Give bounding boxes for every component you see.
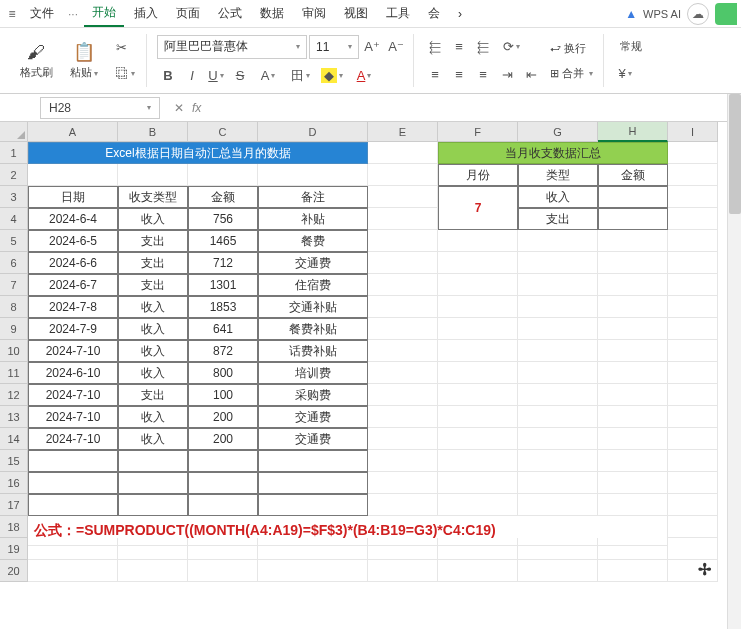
cell-I2[interactable] (668, 164, 718, 186)
row-header-13[interactable]: 13 (0, 406, 28, 428)
cell-C14[interactable]: 200 (188, 428, 258, 450)
cell-D17[interactable] (258, 494, 368, 516)
cell-G10[interactable] (518, 340, 598, 362)
row-header-12[interactable]: 12 (0, 384, 28, 406)
row-header-16[interactable]: 16 (0, 472, 28, 494)
user-avatar[interactable] (715, 3, 737, 25)
row-header-7[interactable]: 7 (0, 274, 28, 296)
cell-D6[interactable]: 交通费 (258, 252, 368, 274)
cell-H3[interactable] (598, 186, 668, 208)
cell-I13[interactable] (668, 406, 718, 428)
cell-B4[interactable]: 收入 (118, 208, 188, 230)
cell-A20[interactable] (28, 560, 118, 582)
row-header-18[interactable]: 18 (0, 516, 28, 538)
cancel-formula-icon[interactable]: ✕ (174, 101, 184, 115)
align-bottom-button[interactable]: ⬱ (472, 36, 494, 58)
cell-B2[interactable] (118, 164, 188, 186)
cell-H19[interactable] (598, 538, 668, 560)
cell-G15[interactable] (518, 450, 598, 472)
cell-C16[interactable] (188, 472, 258, 494)
cell-G11[interactable] (518, 362, 598, 384)
cell-H2[interactable]: 金额 (598, 164, 668, 186)
cell-B15[interactable] (118, 450, 188, 472)
cell-E4[interactable] (368, 208, 438, 230)
cell-A10[interactable]: 2024-7-10 (28, 340, 118, 362)
cell-C15[interactable] (188, 450, 258, 472)
cell-I16[interactable] (668, 472, 718, 494)
merge-button[interactable]: ⊞合并▾ (546, 64, 597, 83)
col-header-A[interactable]: A (28, 122, 118, 142)
cell-F19[interactable] (438, 538, 518, 560)
cell-C4[interactable]: 756 (188, 208, 258, 230)
cell-H8[interactable] (598, 296, 668, 318)
cell-G17[interactable] (518, 494, 598, 516)
row-header-1[interactable]: 1 (0, 142, 28, 164)
row-header-20[interactable]: 20 (0, 560, 28, 582)
cell-B20[interactable] (118, 560, 188, 582)
cell-E1[interactable] (368, 142, 438, 164)
select-all-button[interactable] (0, 122, 28, 142)
cell-I6[interactable] (668, 252, 718, 274)
cell-G2[interactable]: 类型 (518, 164, 598, 186)
cell-D14[interactable]: 交通费 (258, 428, 368, 450)
cell-G8[interactable] (518, 296, 598, 318)
cell-C20[interactable] (188, 560, 258, 582)
cell-F6[interactable] (438, 252, 518, 274)
cell-I14[interactable] (668, 428, 718, 450)
cell-F12[interactable] (438, 384, 518, 406)
row-header-10[interactable]: 10 (0, 340, 28, 362)
cell-B6[interactable]: 支出 (118, 252, 188, 274)
cell-F14[interactable] (438, 428, 518, 450)
cell-F16[interactable] (438, 472, 518, 494)
cell-H15[interactable] (598, 450, 668, 472)
cell-I8[interactable] (668, 296, 718, 318)
tab-review[interactable]: 审阅 (294, 1, 334, 26)
row-header-5[interactable]: 5 (0, 230, 28, 252)
cell-E9[interactable] (368, 318, 438, 340)
cell-D7[interactable]: 住宿费 (258, 274, 368, 296)
underline-button[interactable]: U▾ (205, 65, 227, 87)
cell-I4[interactable] (668, 208, 718, 230)
cell-H9[interactable] (598, 318, 668, 340)
cell-I7[interactable] (668, 274, 718, 296)
cell-B9[interactable]: 收入 (118, 318, 188, 340)
align-right-button[interactable]: ≡ (472, 64, 494, 86)
font-family-select[interactable]: 阿里巴巴普惠体 ▾ (157, 35, 307, 59)
cell-C11[interactable]: 800 (188, 362, 258, 384)
hamburger-icon[interactable]: ≡ (4, 6, 20, 22)
cell-B19[interactable] (118, 538, 188, 560)
cell-A8[interactable]: 2024-7-8 (28, 296, 118, 318)
cell-D9[interactable]: 餐费补贴 (258, 318, 368, 340)
tab-meeting[interactable]: 会 (420, 1, 448, 26)
cell-A19[interactable] (28, 538, 118, 560)
cell-F1[interactable]: 当月收支数据汇总 (438, 142, 668, 164)
cell-H6[interactable] (598, 252, 668, 274)
row-header-17[interactable]: 17 (0, 494, 28, 516)
paste-button[interactable]: 📋 粘贴▾ (62, 34, 106, 88)
cell-A16[interactable] (28, 472, 118, 494)
row-header-14[interactable]: 14 (0, 428, 28, 450)
cell-C7[interactable]: 1301 (188, 274, 258, 296)
font-color-button[interactable]: A▾ (253, 65, 283, 87)
cell-B3[interactable]: 收支类型 (118, 186, 188, 208)
cell-C5[interactable]: 1465 (188, 230, 258, 252)
cell-G4[interactable]: 支出 (518, 208, 598, 230)
row-header-8[interactable]: 8 (0, 296, 28, 318)
menu-file[interactable]: 文件 (22, 1, 62, 26)
cell-D5[interactable]: 餐费 (258, 230, 368, 252)
cell-I18[interactable] (668, 516, 718, 538)
cell-B8[interactable]: 收入 (118, 296, 188, 318)
cell-G7[interactable] (518, 274, 598, 296)
cell-B10[interactable]: 收入 (118, 340, 188, 362)
cell-E2[interactable] (368, 164, 438, 186)
align-center-button[interactable]: ≡ (448, 64, 470, 86)
number-format-select[interactable]: 常规 (614, 37, 648, 56)
tab-page[interactable]: 页面 (168, 1, 208, 26)
cell-F15[interactable] (438, 450, 518, 472)
cell-D12[interactable]: 采购费 (258, 384, 368, 406)
cell-C13[interactable]: 200 (188, 406, 258, 428)
cut-button[interactable]: ✂ (110, 37, 132, 59)
cell-F10[interactable] (438, 340, 518, 362)
cells-area[interactable]: Excel根据日期自动汇总当月的数据当月收支数据汇总月份类型金额日期收支类型金额… (28, 142, 718, 582)
cell-F20[interactable] (438, 560, 518, 582)
